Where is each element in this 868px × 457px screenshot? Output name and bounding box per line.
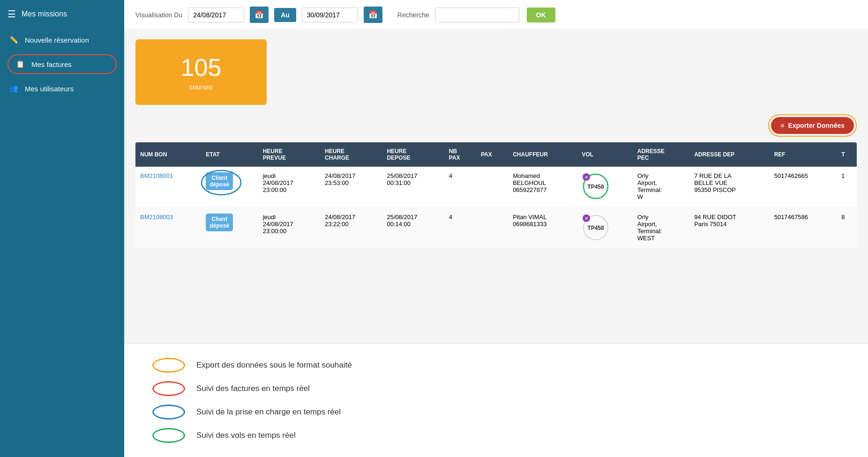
stats-number: 105 xyxy=(145,53,257,81)
cell-nb-pax: 4 xyxy=(444,167,476,208)
col-adresse-dep: ADRESSE DEP xyxy=(689,142,770,167)
legend-oval-green xyxy=(152,428,185,443)
content-area: 105 courses ≡ Exporter Données NUM BON E… xyxy=(124,30,868,343)
sidebar-item-label: Nouvelle réservation xyxy=(25,36,89,44)
num-bon-link[interactable]: BM2108001 xyxy=(140,172,173,179)
num-bon-link[interactable]: BM2108003 xyxy=(140,214,173,221)
col-chauffeur: CHAUFFEUR xyxy=(508,142,577,167)
cell-nb-pax: 4 xyxy=(444,208,476,249)
recherche-input[interactable] xyxy=(435,7,519,22)
cell-heure-prevue: jeudi24/08/201723:00:00 xyxy=(258,167,320,208)
legend-text-blue: Suivi de la prise en charge en temps rée… xyxy=(196,407,840,417)
export-btn-wrapper: ≡ Exporter Données xyxy=(768,114,857,137)
sidebar-title: Mes missions xyxy=(22,10,67,18)
cell-heure-depose: 25/08/201700:31:00 xyxy=(382,167,444,208)
col-t: T xyxy=(837,142,857,167)
sidebar: ☰ Mes missions ✏️ Nouvelle réservation 📋… xyxy=(0,0,124,457)
cell-heure-charge: 24/08/201723:53:00 xyxy=(320,167,382,208)
visualisation-label: Visualisation Du xyxy=(135,11,182,19)
legend-text-red: Suivi des factures en temps réel xyxy=(196,384,840,393)
cell-heure-charge: 24/08/201723:22:00 xyxy=(320,208,382,249)
date-to-input[interactable] xyxy=(302,7,358,22)
col-nb-pax: NBPAX xyxy=(444,142,476,167)
cell-t: 1 xyxy=(837,167,857,208)
sidebar-item-mes-utilisateurs[interactable]: 👥 Mes utilisateurs xyxy=(0,77,124,100)
sidebar-item-mes-factures[interactable]: 📋 Mes factures xyxy=(7,54,117,74)
cell-ref: 5017462665 xyxy=(770,167,837,208)
cell-pax xyxy=(476,208,508,249)
legend-oval-yellow xyxy=(152,358,185,373)
table-header-row: NUM BON ETAT HEUREPREVUE HEURECHARGE HEU… xyxy=(135,142,857,167)
cell-vol: TP458 ✕ xyxy=(577,208,632,249)
cell-chauffeur: Pitan VIMAL0698681333 xyxy=(508,208,577,249)
svg-text:TP458: TP458 xyxy=(588,184,605,190)
legend-text-yellow: Export des données sous le format souhai… xyxy=(196,361,840,370)
export-row: ≡ Exporter Données xyxy=(135,114,857,137)
legend-oval-blue xyxy=(152,405,185,420)
col-heure-prevue: HEUREPREVUE xyxy=(258,142,320,167)
export-label: Exporter Données xyxy=(788,122,845,129)
au-button[interactable]: Au xyxy=(274,8,296,22)
table-row: BM2108003 Clientdéposé jeudi24/08/201723… xyxy=(135,208,857,249)
cell-etat: Clientdéposé xyxy=(201,167,258,208)
calendar-from-button[interactable]: 📅 xyxy=(250,7,269,23)
cell-num-bon: BM2108003 xyxy=(135,208,201,249)
cell-num-bon: BM2108001 xyxy=(135,167,201,208)
etat-badge: Clientdéposé xyxy=(206,214,233,231)
stats-label: courses xyxy=(145,83,257,91)
cell-heure-prevue: jeudi24/08/201723:00:00 xyxy=(258,208,320,249)
col-etat: ETAT xyxy=(201,142,258,167)
col-pax: PAX xyxy=(476,142,508,167)
legend-oval-red xyxy=(152,381,185,396)
export-button[interactable]: ≡ Exporter Données xyxy=(771,117,854,134)
export-icon: ≡ xyxy=(780,122,784,129)
cell-chauffeur: MohamedBELGHOUL0659227877 xyxy=(508,167,577,208)
sidebar-item-label: Mes utilisateurs xyxy=(25,85,74,93)
recherche-label: Recherche xyxy=(397,11,429,19)
cell-ref: 5017467586 xyxy=(770,208,837,249)
col-adresse-pec: ADRESSEPEC xyxy=(633,142,689,167)
legend-text-green: Suivi des vols en temps réel xyxy=(196,431,840,440)
cell-pax xyxy=(476,167,508,208)
table-row: BM2108001 Clientdéposé jeudi24/08/201723… xyxy=(135,167,857,208)
legend-section: Export des données sous le format souhai… xyxy=(124,343,868,457)
cell-t: 8 xyxy=(837,208,857,249)
calendar-to-button[interactable]: 📅 xyxy=(364,7,382,23)
edit-icon: ✏️ xyxy=(9,36,18,44)
svg-text:TP458: TP458 xyxy=(588,225,605,231)
users-icon: 👥 xyxy=(9,84,18,93)
topbar: Visualisation Du 📅 Au 📅 Recherche OK xyxy=(124,0,868,30)
ok-button[interactable]: OK xyxy=(527,7,555,22)
cell-adresse-pec: OrlyAirport,Terminal:W xyxy=(633,167,689,208)
col-heure-charge: HEURECHARGE xyxy=(320,142,382,167)
sidebar-header[interactable]: ☰ Mes missions xyxy=(0,0,124,28)
cell-etat: Clientdéposé xyxy=(201,208,258,249)
date-from-input[interactable] xyxy=(188,7,244,22)
data-table: NUM BON ETAT HEUREPREVUE HEURECHARGE HEU… xyxy=(135,142,857,249)
col-ref: REF xyxy=(770,142,837,167)
cell-vol: TP458 ✕ xyxy=(577,167,632,208)
stats-card: 105 courses xyxy=(135,39,267,105)
col-vol: VOL xyxy=(577,142,632,167)
sidebar-item-nouvelle-reservation[interactable]: ✏️ Nouvelle réservation xyxy=(0,28,124,52)
hamburger-icon: ☰ xyxy=(7,8,16,20)
svg-text:✕: ✕ xyxy=(584,216,588,221)
cell-adresse-dep: 7 RUE DE LABELLE VUE95350 PISCOP xyxy=(689,167,770,208)
factures-icon: 📋 xyxy=(16,60,25,68)
cell-heure-depose: 25/08/201700:14:00 xyxy=(382,208,444,249)
sidebar-item-label: Mes factures xyxy=(31,60,72,68)
etat-badge: Clientdéposé xyxy=(206,172,233,190)
main-content: Visualisation Du 📅 Au 📅 Recherche OK 105… xyxy=(124,0,868,457)
svg-text:✕: ✕ xyxy=(584,175,588,180)
cell-adresse-dep: 94 RUE DIDOTParis 75014 xyxy=(689,208,770,249)
col-num-bon: NUM BON xyxy=(135,142,201,167)
col-heure-depose: HEUREDEPOSE xyxy=(382,142,444,167)
cell-adresse-pec: OrlyAirport,Terminal:WEST xyxy=(633,208,689,249)
